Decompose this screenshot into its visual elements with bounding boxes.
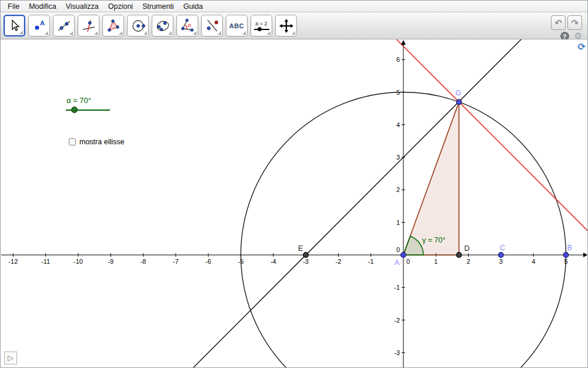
tool-ellipse-button[interactable] xyxy=(152,15,173,37)
tool-circle-button[interactable] xyxy=(127,15,149,37)
x-axis-tick-label: -6 xyxy=(205,258,211,265)
point-label-D: D xyxy=(465,244,470,253)
circle-center-point-icon xyxy=(131,18,146,34)
tool-text-button[interactable]: ABC xyxy=(226,15,248,37)
menu-opzioni[interactable]: Opzioni xyxy=(103,1,138,12)
reflect-about-line-icon xyxy=(205,18,220,34)
point-C[interactable] xyxy=(499,253,504,258)
abc-text-icon: ABC xyxy=(229,22,244,29)
mostra-ellisse-label: mostra ellisse xyxy=(79,138,124,146)
point-D[interactable] xyxy=(456,253,462,258)
tool-line-button[interactable] xyxy=(53,15,75,37)
mostra-ellisse-control: mostra ellisse xyxy=(69,138,124,146)
y-axis-tick-label: 6 xyxy=(396,56,400,63)
menu-file[interactable]: File xyxy=(3,1,24,12)
angle-icon: α xyxy=(180,18,195,34)
x-axis-tick-label: -5 xyxy=(238,258,244,265)
point-label-C: C xyxy=(500,244,505,252)
redo-icon: ↷ xyxy=(571,18,579,28)
x-axis-tick-label: -1 xyxy=(368,258,374,265)
perpendicular-line-icon xyxy=(81,18,96,34)
angle-gamma-label: γ = 70° xyxy=(422,236,445,244)
x-axis-arrow xyxy=(583,253,587,257)
x-axis-tick-label: -9 xyxy=(108,258,113,265)
point-G[interactable] xyxy=(456,100,462,105)
line-through-E[interactable] xyxy=(163,39,545,367)
x-axis-tick-label: -11 xyxy=(41,258,50,265)
point-label-B: B xyxy=(567,244,572,252)
y-axis-tick-label: 3 xyxy=(396,154,400,161)
point-label-G: G xyxy=(456,89,462,97)
tool-buttons: A xyxy=(4,15,587,37)
x-axis-tick-label: -4 xyxy=(270,258,276,265)
graphics-view[interactable]: -12-11-10-9-8-7-6-5-4-3-2-1012345-3-2-10… xyxy=(1,39,587,367)
point-E[interactable] xyxy=(303,253,309,258)
menu-modifica[interactable]: Modifica xyxy=(24,1,61,12)
line-two-points-icon xyxy=(56,18,72,34)
ellipse-icon xyxy=(155,18,171,34)
polygon-icon xyxy=(106,18,121,34)
x-axis-tick-label: 2 xyxy=(467,258,470,265)
y-axis-arrow xyxy=(401,40,406,45)
y-axis-tick-label: 4 xyxy=(396,121,400,128)
construction-svg: -12-11-10-9-8-7-6-5-4-3-2-1012345-3-2-10… xyxy=(1,39,587,367)
point-label-A: A xyxy=(395,258,400,267)
undo-redo-group: ↶ ↷ xyxy=(551,15,582,30)
menu-strumenti[interactable]: Strumenti xyxy=(138,1,179,12)
undo-icon: ↶ xyxy=(554,18,562,28)
point-A[interactable] xyxy=(401,253,406,258)
y-axis-tick-label: -1 xyxy=(394,284,400,291)
toolbar: A xyxy=(1,12,587,39)
red-line-through-G[interactable] xyxy=(380,39,587,255)
tool-reflection-button[interactable] xyxy=(201,15,223,37)
refresh-view-icon[interactable]: ⟳ xyxy=(578,41,586,52)
svg-text:α: α xyxy=(188,22,191,28)
tool-point-button[interactable]: A xyxy=(28,15,50,37)
tool-slider-button[interactable]: a = 2 xyxy=(250,15,272,37)
animation-play-button[interactable]: ▷ xyxy=(4,352,17,364)
y-axis-tick-label: 5 xyxy=(396,89,400,96)
y-axis-tick-label: -3 xyxy=(394,349,400,356)
x-axis-tick-label: 3 xyxy=(499,258,503,265)
point-icon: A xyxy=(32,18,47,34)
x-axis-tick-label: -7 xyxy=(173,258,179,265)
cursor-arrow-icon xyxy=(7,18,22,34)
tool-perpendicular-line-button[interactable] xyxy=(78,15,99,37)
tool-move-button[interactable] xyxy=(4,15,25,37)
y-axis-tick-label: 2 xyxy=(396,186,400,193)
geogebra-window: File Modifica Visualizza Opzioni Strumen… xyxy=(0,0,588,368)
x-axis-tick-label: 4 xyxy=(532,258,535,265)
y-axis-tick-label: -2 xyxy=(394,317,400,324)
x-axis-tick-label: -12 xyxy=(8,258,18,265)
y-axis-zero-label: 0 xyxy=(396,246,400,253)
redo-button[interactable]: ↷ xyxy=(567,15,582,30)
x-axis-tick-label: 1 xyxy=(434,258,437,265)
tool-angle-button[interactable]: α xyxy=(176,15,198,37)
move-graphics-view-icon xyxy=(279,18,294,34)
x-axis-tick-label: 0 xyxy=(406,258,410,265)
x-axis-tick-label: 5 xyxy=(564,258,567,265)
x-axis-tick-label: -10 xyxy=(74,258,83,265)
undo-button[interactable]: ↶ xyxy=(551,15,566,30)
mostra-ellisse-checkbox[interactable] xyxy=(69,138,76,145)
menu-guida[interactable]: Guida xyxy=(179,1,208,12)
help-glyph: ? xyxy=(563,33,567,40)
tool-move-view-button[interactable] xyxy=(275,15,297,37)
x-axis-tick-label: -8 xyxy=(141,258,146,265)
alpha-slider-handle[interactable] xyxy=(71,107,78,113)
tool-polygon-button[interactable] xyxy=(102,15,124,37)
x-axis-tick-label: -3 xyxy=(303,258,309,265)
alpha-slider-label[interactable]: α = 70° xyxy=(66,96,91,105)
slider-tool-icon: a = 2 xyxy=(254,21,269,30)
svg-text:A: A xyxy=(40,19,45,26)
point-label-E: E xyxy=(298,244,303,253)
menu-visualizza[interactable]: Visualizza xyxy=(61,1,103,12)
x-axis-tick-label: -2 xyxy=(336,258,342,265)
y-axis-tick-label: 1 xyxy=(396,219,400,226)
menu-bar: File Modifica Visualizza Opzioni Strumen… xyxy=(1,1,587,12)
point-B[interactable] xyxy=(563,253,569,258)
play-icon: ▷ xyxy=(8,353,14,362)
slider-tool-label: a = 2 xyxy=(254,21,269,26)
